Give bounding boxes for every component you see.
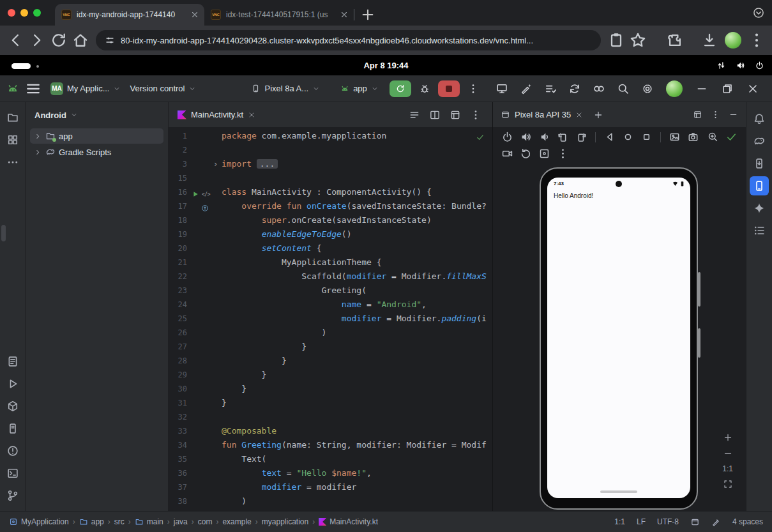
vcs-widget[interactable]: Version control [125, 81, 201, 96]
volume-icon[interactable] [736, 61, 745, 70]
screen-record-icon[interactable] [501, 148, 513, 160]
code-line[interactable]: 37 modifier = modifier [169, 480, 492, 494]
tree-item-gradle-scripts[interactable]: Gradle Scripts [30, 144, 163, 160]
breadcrumb-item[interactable]: example [222, 517, 251, 526]
code-text[interactable]: MyApplicationTheme { [222, 255, 381, 270]
code-text[interactable]: class MainActivity : ComponentActivity()… [222, 185, 432, 199]
ask-gemini-icon[interactable] [520, 82, 533, 95]
volume-up-icon[interactable] [520, 131, 532, 143]
code-line[interactable]: 32 [169, 410, 492, 424]
code-text[interactable]: } [222, 354, 287, 368]
device-selector[interactable]: Pixel 8a A... [246, 81, 324, 96]
gutter[interactable] [190, 312, 222, 326]
code-line[interactable]: 27 } [169, 340, 492, 354]
code-line[interactable]: 16</>class MainActivity : ComponentActiv… [169, 185, 492, 199]
code-area[interactable]: 1package com.example.myapplication23›imp… [169, 128, 492, 511]
tab-search-icon[interactable] [753, 7, 764, 19]
power-icon[interactable] [755, 61, 764, 70]
file-encoding[interactable]: UTF-8 [657, 517, 679, 526]
breadcrumb-item[interactable]: myapplication [262, 517, 308, 526]
new-tab-button[interactable] [360, 6, 376, 23]
camera-icon[interactable] [687, 131, 699, 143]
logcat-icon[interactable] [3, 352, 22, 371]
kebab-icon[interactable] [470, 109, 481, 121]
breadcrumb-item[interactable]: com [198, 517, 213, 526]
gutter[interactable] [190, 213, 222, 227]
back-button[interactable] [6, 31, 24, 49]
gutter[interactable]: › [190, 157, 222, 171]
gutter[interactable] [190, 340, 222, 354]
ide-restore-icon[interactable] [721, 82, 734, 95]
downloads-icon[interactable] [700, 31, 718, 49]
gutter[interactable] [190, 466, 222, 480]
split-icon[interactable] [429, 109, 441, 121]
browser-menu-icon[interactable] [748, 31, 766, 49]
gemini-icon[interactable] [750, 199, 769, 218]
reload-button[interactable] [50, 31, 68, 49]
gutter[interactable]: </> [190, 185, 222, 199]
gradle-icon[interactable] [750, 132, 769, 151]
code-line[interactable]: 33@Composable [169, 424, 492, 438]
code-line[interactable]: 26 ) [169, 326, 492, 340]
code-line[interactable]: 23 Greeting( [169, 284, 492, 298]
ide-minimize-icon[interactable] [695, 82, 708, 95]
breadcrumb-item[interactable]: src [114, 517, 125, 526]
screenshot-icon[interactable] [669, 131, 681, 143]
code-line[interactable]: 15 [169, 171, 492, 185]
gutter[interactable] [190, 354, 222, 368]
close-window-button[interactable] [8, 9, 15, 17]
run-config-selector[interactable]: app [336, 81, 383, 96]
code-text[interactable]: } [222, 368, 266, 382]
ide-close-icon[interactable] [746, 82, 759, 95]
code-text[interactable]: import ... [222, 157, 278, 171]
zoom-in-icon[interactable] [723, 432, 733, 443]
gutter[interactable] [190, 284, 222, 298]
gutter[interactable] [190, 368, 222, 382]
problems-icon[interactable] [3, 441, 22, 460]
project-icon[interactable] [3, 108, 22, 127]
code-text[interactable]: Greeting( [222, 284, 367, 298]
project-widget[interactable]: MA My Applic... [46, 80, 125, 98]
code-text[interactable]: modifier = modifier [222, 480, 356, 494]
code-line[interactable]: 20 setContent { [169, 241, 492, 255]
code-line[interactable]: 34fun Greeting(name: String, modifier: M… [169, 438, 492, 452]
code-text[interactable]: setContent { [222, 241, 322, 255]
code-text[interactable]: Scaffold(modifier = Modifier.fillMaxS [222, 270, 487, 284]
panel-options-icon[interactable] [711, 110, 720, 119]
connected-check-icon[interactable] [725, 131, 738, 143]
gutter[interactable] [190, 255, 222, 270]
gutter[interactable] [190, 129, 222, 143]
extensions-icon[interactable] [666, 31, 684, 49]
device-streaming-icon[interactable] [496, 82, 508, 95]
gutter[interactable] [190, 143, 222, 157]
breadcrumb-item[interactable]: MainActivity.kt [319, 517, 378, 526]
code-text[interactable]: } [222, 396, 227, 410]
breadcrumb-item[interactable]: app [79, 517, 104, 526]
settings-icon[interactable] [641, 82, 654, 95]
code-text[interactable]: @Composable [222, 424, 276, 438]
code-line[interactable]: 38 ) [169, 494, 492, 508]
browser-tab-inactive[interactable]: VNC idx-test-1744140517915:1 (us [204, 4, 354, 26]
notifications-icon[interactable] [750, 109, 769, 128]
code-line[interactable]: 21 MyApplicationTheme { [169, 255, 492, 270]
fit-to-window-icon[interactable] [723, 479, 733, 489]
zoom-mode-icon[interactable] [707, 131, 719, 143]
code-text[interactable]: } [222, 340, 307, 354]
gutter[interactable] [190, 396, 222, 410]
zoom-level[interactable]: 1:1 [722, 464, 733, 473]
tool-stripe-handle[interactable] [1, 225, 6, 241]
search-icon[interactable] [617, 82, 630, 95]
gutter[interactable] [190, 410, 222, 424]
gesture-navigation-pill[interactable] [600, 490, 637, 493]
code-line[interactable]: 30 } [169, 382, 492, 396]
structure-icon[interactable] [750, 221, 769, 240]
gutter[interactable] [190, 298, 222, 312]
code-text[interactable]: fun Greeting(name: String, modifier: Mod… [222, 438, 487, 452]
code-text[interactable]: modifier = Modifier.padding(i [222, 312, 487, 326]
code-text[interactable]: } [222, 382, 246, 396]
display-mode-icon[interactable] [538, 148, 550, 160]
code-line[interactable]: 28 } [169, 354, 492, 368]
gutter[interactable] [190, 424, 222, 438]
code-line[interactable]: 31} [169, 396, 492, 410]
maximize-window-button[interactable] [33, 9, 41, 17]
